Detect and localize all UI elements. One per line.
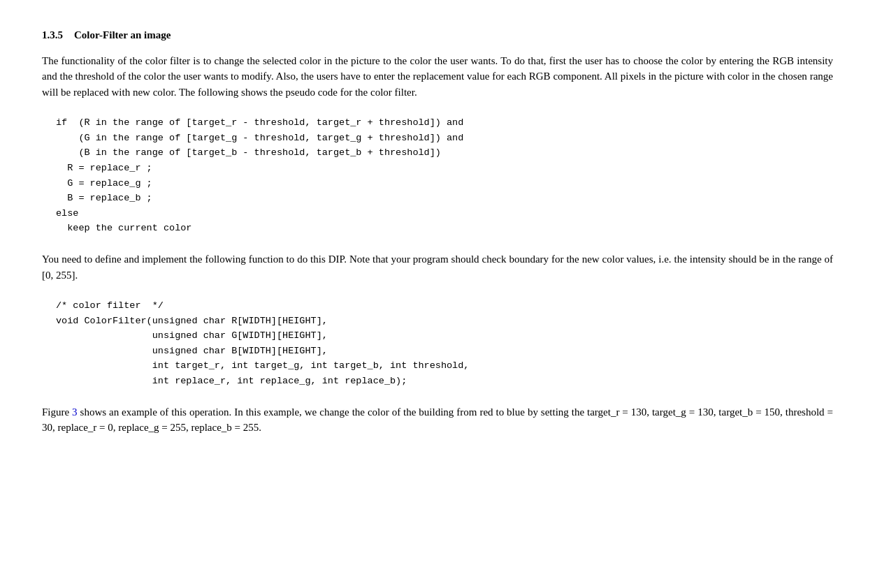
- section-title: Color-Filter an image: [74, 28, 171, 43]
- section-number: 1.3.5: [42, 28, 63, 43]
- paragraph-1: The functionality of the color filter is…: [42, 53, 833, 101]
- code-block-2: /* color filter */ void ColorFilter(unsi…: [42, 293, 833, 395]
- pseudocode-block: if (R in the range of [target_r - thresh…: [42, 110, 833, 242]
- section-heading: 1.3.5 Color-Filter an image: [42, 28, 833, 43]
- paragraph-3-suffix: shows an example of this operation. In t…: [42, 406, 833, 434]
- figure-link[interactable]: 3: [72, 406, 78, 418]
- paragraph-2: You need to define and implement the fol…: [42, 251, 833, 283]
- paragraph-3-prefix: Figure: [42, 406, 72, 418]
- paragraph-3: Figure 3 shows an example of this operat…: [42, 404, 833, 436]
